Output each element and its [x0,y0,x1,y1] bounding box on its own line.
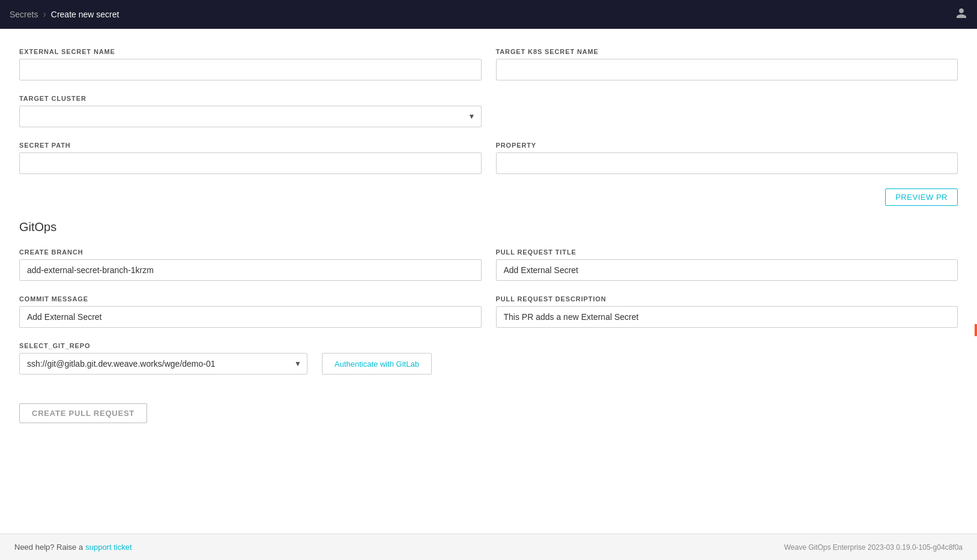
gitops-section-title: GitOps [19,220,958,234]
preview-pr-button[interactable]: PREVIEW PR [885,188,958,206]
select-git-repo-label: SELECT_GIT_REPO [19,342,307,349]
footer-help-prefix: Need help? Raise a [14,543,83,552]
row-branch-pr-title: CREATE BRANCH PULL REQUEST TITLE [19,248,958,281]
row-commit-pr-desc: COMMIT MESSAGE PULL REQUEST DESCRIPTION [19,295,958,328]
commit-message-label: COMMIT MESSAGE [19,295,482,303]
secret-path-input[interactable] [19,152,482,174]
row-secret-names: EXTERNAL SECRET NAME TARGET K8s SECRET N… [19,48,958,80]
group-commit-message: COMMIT MESSAGE [19,295,482,328]
footer-help-text: Need help? Raise a support ticket [14,543,132,552]
commit-message-input[interactable] [19,306,482,328]
create-pr-wrapper: CREATE PULL REQUEST [19,389,958,423]
user-avatar-icon[interactable] [955,7,967,22]
external-secret-name-label: EXTERNAL SECRET NAME [19,48,482,55]
secret-path-label: SECRET PATH [19,142,482,149]
git-repo-select[interactable]: ssh://git@gitlab.git.dev.weave.works/wge… [19,353,307,375]
group-property: PROPERTY [496,142,958,174]
target-cluster-label: TARGET CLUSTER [19,95,482,102]
group-target-cluster: TARGET CLUSTER ▼ [19,95,482,127]
create-branch-input[interactable] [19,259,482,281]
breadcrumb: Secrets › Create new secret [10,9,119,20]
footer-version: Weave GitOps Enterprise 2023-03 0.19.0-1… [784,543,963,552]
pull-request-title-input[interactable] [496,259,958,281]
preview-pr-row: PREVIEW PR [19,188,958,206]
property-input[interactable] [496,152,958,174]
target-k8s-secret-name-input[interactable] [496,59,958,80]
group-external-secret-name: EXTERNAL SECRET NAME [19,48,482,80]
support-ticket-link[interactable]: support ticket [85,543,132,552]
pull-request-description-label: PULL REQUEST DESCRIPTION [496,295,958,303]
row-target-cluster: TARGET CLUSTER ▼ [19,95,958,127]
pull-request-title-label: PULL REQUEST TITLE [496,248,958,256]
row-secret-path-property: SECRET PATH PROPERTY [19,142,958,174]
auth-button-wrapper: Authenticate with GitLab [322,353,432,375]
create-pull-request-button[interactable]: CREATE PULL REQUEST [19,403,147,423]
footer: Need help? Raise a support ticket Weave … [0,534,977,560]
group-create-branch: CREATE BRANCH [19,248,482,281]
group-select-git-repo: SELECT_GIT_REPO ssh://git@gitlab.git.dev… [19,342,307,375]
row-git-repo-auth: SELECT_GIT_REPO ssh://git@gitlab.git.dev… [19,342,958,375]
breadcrumb-secrets-link[interactable]: Secrets [10,10,38,19]
group-target-k8s-secret-name: TARGET K8s SECRET NAME [496,48,958,80]
authenticate-gitlab-button[interactable]: Authenticate with GitLab [322,353,432,375]
top-bar: Secrets › Create new secret [0,0,977,29]
breadcrumb-current: Create new secret [51,10,119,19]
external-secret-name-input[interactable] [19,59,482,80]
target-cluster-select[interactable] [19,106,482,127]
right-accent-bar [975,324,977,336]
git-repo-select-wrapper: ssh://git@gitlab.git.dev.weave.works/wge… [19,353,307,375]
create-branch-label: CREATE BRANCH [19,248,482,256]
pull-request-description-input[interactable] [496,306,958,328]
main-content: EXTERNAL SECRET NAME TARGET K8s SECRET N… [0,29,977,534]
group-pull-request-title: PULL REQUEST TITLE [496,248,958,281]
target-k8s-secret-name-label: TARGET K8s SECRET NAME [496,48,958,55]
property-label: PROPERTY [496,142,958,149]
target-cluster-select-wrapper: ▼ [19,106,482,127]
group-secret-path: SECRET PATH [19,142,482,174]
group-pull-request-description: PULL REQUEST DESCRIPTION [496,295,958,328]
breadcrumb-separator: › [43,9,46,20]
